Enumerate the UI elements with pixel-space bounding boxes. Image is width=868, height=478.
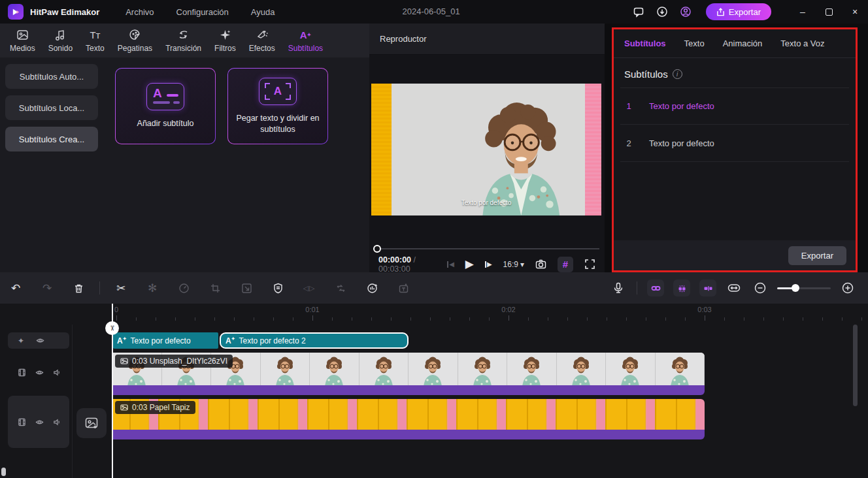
tab-transicion[interactable]: Transición bbox=[159, 26, 207, 56]
previous-frame-button[interactable]: ◀ bbox=[447, 261, 454, 268]
subtitle-row-2[interactable]: 2 Texto por defecto bbox=[620, 125, 849, 162]
delete-button[interactable] bbox=[69, 278, 88, 298]
sidebar-item-subtitulos-crear[interactable]: Subtítulos Crea... bbox=[5, 127, 98, 151]
app-name: HitPaw Edimakor bbox=[30, 7, 99, 17]
preview-subtitle-text[interactable]: Texto por defecto bbox=[371, 199, 601, 206]
subtitle-clip-icon: A✦ bbox=[225, 336, 235, 345]
snapshot-button[interactable] bbox=[535, 259, 546, 270]
link-clips-button[interactable] bbox=[647, 279, 664, 296]
tab-medios[interactable]: Medios bbox=[4, 26, 41, 56]
crop-button[interactable] bbox=[205, 278, 225, 298]
subtitle-clip-2-selected[interactable]: A✦ Texto por defecto 2 bbox=[220, 332, 409, 349]
auto-snap-button[interactable] bbox=[699, 279, 716, 296]
video-preview[interactable]: Texto por defecto bbox=[371, 84, 601, 215]
maximize-icon bbox=[826, 8, 833, 16]
fit-timeline-button[interactable] bbox=[726, 279, 743, 296]
account-icon[interactable] bbox=[678, 5, 693, 19]
tab-pegatinas[interactable]: Pegatinas bbox=[112, 26, 158, 56]
add-text-track-button[interactable] bbox=[393, 278, 413, 298]
eye-icon[interactable] bbox=[36, 336, 44, 345]
effects-track-icon: ✦ bbox=[18, 336, 24, 345]
menu-configuracion[interactable]: Configuración bbox=[176, 7, 229, 17]
subtitles-panel-annotated: Subtítulos Texto Animación Texto a Voz S… bbox=[612, 27, 858, 272]
close-button[interactable]: × bbox=[842, 0, 868, 24]
export-button-top[interactable]: Exportar bbox=[706, 3, 771, 20]
playhead-split-badge[interactable]: ✂ bbox=[105, 321, 119, 335]
eye-icon[interactable] bbox=[35, 418, 44, 426]
next-frame-button[interactable]: ▶ bbox=[485, 261, 492, 268]
speed-button[interactable] bbox=[174, 278, 193, 298]
app-window: HitPaw Edimakor Archivo Configuración Ay… bbox=[0, 0, 868, 478]
tab-efectos[interactable]: Efectos bbox=[243, 26, 281, 56]
tab-sonido[interactable]: Sonido bbox=[42, 26, 78, 56]
speaker-icon[interactable] bbox=[53, 368, 61, 377]
timeline[interactable]: 0 0:01 0:02 0:03 ✦ A✦ Texto por defecto bbox=[0, 304, 868, 478]
minimize-button[interactable]: – bbox=[790, 0, 816, 24]
speed-ramp-button[interactable] bbox=[362, 278, 382, 298]
menu-ayuda[interactable]: Ayuda bbox=[251, 7, 275, 17]
add-media-button[interactable] bbox=[76, 408, 107, 438]
split-button[interactable]: ✂ bbox=[111, 278, 131, 298]
mask-button[interactable] bbox=[268, 278, 288, 298]
ruler-tick bbox=[509, 315, 509, 321]
background-clip-audio-bar[interactable] bbox=[112, 430, 705, 439]
download-icon[interactable] bbox=[655, 5, 669, 19]
tab-filtros[interactable]: Filtros bbox=[209, 26, 242, 56]
fullscreen-button[interactable] bbox=[584, 259, 595, 270]
add-subtitle-card[interactable]: A Añadir subtítulo bbox=[115, 68, 216, 144]
flip-horizontal-button[interactable]: ◁▷ bbox=[299, 278, 319, 298]
scrubber-knob[interactable] bbox=[373, 245, 381, 253]
eye-icon[interactable] bbox=[35, 368, 44, 377]
feedback-icon[interactable] bbox=[631, 5, 646, 19]
tab-subtitulos[interactable]: A✦ Subtítulos bbox=[282, 26, 329, 56]
zoom-in-button[interactable] bbox=[839, 279, 856, 296]
subtitle-row-1[interactable]: 1 Texto por defecto bbox=[620, 88, 849, 125]
tab-subtitulos-panel[interactable]: Subtítulos bbox=[624, 39, 666, 48]
row-text[interactable]: Texto por defecto bbox=[649, 138, 714, 148]
play-button[interactable]: ▶ bbox=[465, 257, 474, 271]
zoom-slider-knob[interactable] bbox=[792, 284, 799, 292]
subtitle-sidebar: Subtítulos Auto... Subtítulos Loca... Su… bbox=[0, 57, 103, 272]
undo-button[interactable]: ↶ bbox=[6, 278, 25, 298]
aspect-ratio-select[interactable]: 16:9▾ bbox=[503, 260, 524, 269]
effects-icon bbox=[256, 29, 268, 42]
timeline-scrollbar-nub[interactable] bbox=[1, 468, 6, 476]
sidebar-item-subtitulos-auto[interactable]: Subtítulos Auto... bbox=[5, 64, 98, 89]
timeline-zoom-slider[interactable] bbox=[777, 284, 831, 292]
redo-button[interactable]: ↷ bbox=[37, 278, 57, 298]
timeline-vertical-scrollbar[interactable] bbox=[853, 325, 858, 406]
row-text[interactable]: Texto por defecto bbox=[649, 101, 714, 111]
tab-label: Pegatinas bbox=[118, 44, 152, 53]
sidebar-item-subtitulos-locales[interactable]: Subtítulos Loca... bbox=[5, 95, 98, 120]
ruler-tick bbox=[430, 317, 431, 321]
tab-texto[interactable]: Tт Texto bbox=[80, 26, 110, 56]
player-header: Reproductor bbox=[369, 24, 605, 55]
menu-archivo[interactable]: Archivo bbox=[125, 7, 154, 17]
voiceover-button[interactable] bbox=[610, 279, 627, 296]
tab-animacion-panel[interactable]: Animación bbox=[723, 39, 763, 48]
grid-toggle-button[interactable]: # bbox=[558, 257, 573, 272]
speaker-icon[interactable] bbox=[53, 418, 61, 426]
tab-texto-a-voz-panel[interactable]: Texto a Voz bbox=[780, 39, 824, 48]
freeze-frame-button[interactable]: ✻ bbox=[142, 278, 162, 298]
ruler-label-0: 0 bbox=[114, 306, 118, 313]
background-clip[interactable] bbox=[112, 399, 705, 430]
ruler-tick bbox=[293, 317, 293, 321]
export-subtitles-button[interactable]: Exportar bbox=[788, 246, 846, 265]
video-thumbnail bbox=[359, 353, 409, 385]
maximize-button[interactable] bbox=[816, 0, 842, 24]
scale-button[interactable] bbox=[237, 278, 256, 298]
magnet-snap-button[interactable] bbox=[673, 279, 690, 296]
zoom-out-button[interactable] bbox=[752, 279, 769, 296]
subtitle-actions: A Añadir subtítulo A Pegar texto y divid… bbox=[103, 57, 369, 272]
info-icon[interactable]: i bbox=[673, 69, 682, 79]
ruler-tick bbox=[410, 317, 411, 321]
tab-texto-panel[interactable]: Texto bbox=[684, 39, 705, 48]
video-thumbnail bbox=[557, 353, 607, 385]
player-scrubber[interactable] bbox=[375, 245, 599, 253]
ruler-tick bbox=[254, 317, 254, 321]
paste-text-card[interactable]: A Pegar texto y dividir en subtítulos bbox=[227, 68, 328, 144]
subtitle-clip-1[interactable]: A✦ Texto por defecto bbox=[112, 332, 218, 349]
video-clip-audio-bar[interactable] bbox=[112, 385, 705, 395]
align-button[interactable] bbox=[331, 278, 350, 298]
